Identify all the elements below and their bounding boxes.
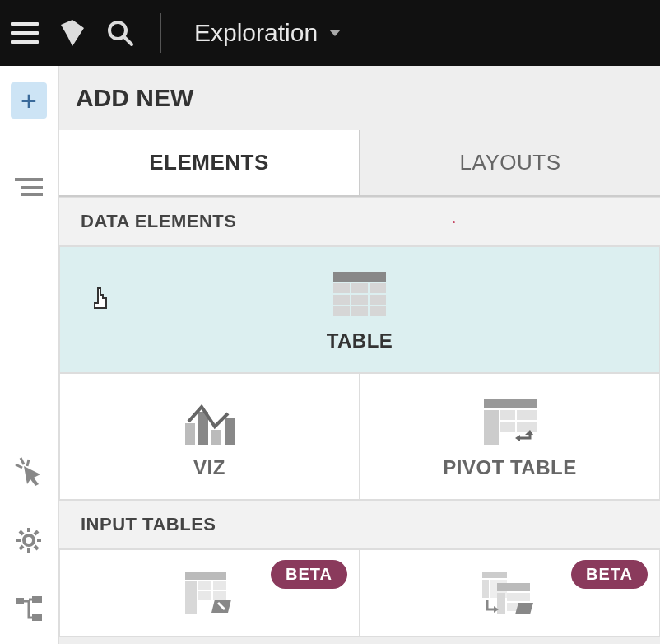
element-card-pivot-table[interactable]: PIVOT TABLE bbox=[360, 373, 660, 500]
svg-rect-2 bbox=[15, 178, 43, 181]
svg-line-1 bbox=[124, 37, 132, 44]
svg-rect-50 bbox=[497, 593, 505, 614]
svg-rect-17 bbox=[16, 598, 24, 604]
svg-rect-42 bbox=[198, 581, 211, 590]
plus-icon: + bbox=[21, 86, 37, 114]
app-header: Exploration bbox=[0, 0, 660, 66]
header-divider bbox=[160, 13, 161, 53]
beta-badge: BETA bbox=[571, 560, 648, 589]
svg-rect-46 bbox=[482, 572, 507, 578]
panel-title: ADD NEW bbox=[59, 66, 660, 130]
pivot-icon bbox=[484, 399, 537, 445]
svg-rect-41 bbox=[185, 581, 197, 614]
svg-line-15 bbox=[20, 546, 23, 549]
svg-rect-33 bbox=[225, 418, 235, 445]
svg-rect-40 bbox=[185, 572, 226, 580]
svg-rect-3 bbox=[21, 186, 43, 189]
element-card-linked-input-table[interactable]: BETA bbox=[360, 549, 660, 637]
svg-line-6 bbox=[16, 464, 22, 468]
svg-rect-37 bbox=[517, 410, 537, 420]
svg-rect-43 bbox=[213, 581, 226, 590]
svg-rect-23 bbox=[370, 283, 386, 293]
svg-line-5 bbox=[21, 458, 24, 464]
svg-rect-34 bbox=[484, 399, 537, 408]
chevron-down-icon bbox=[329, 30, 341, 36]
cursor-pointer-icon bbox=[90, 287, 113, 313]
table-icon bbox=[333, 272, 386, 318]
svg-rect-29 bbox=[370, 306, 386, 316]
svg-rect-32 bbox=[211, 430, 221, 445]
element-card-input-table[interactable]: BETA bbox=[59, 549, 360, 637]
svg-rect-51 bbox=[507, 593, 530, 601]
svg-rect-38 bbox=[500, 422, 515, 432]
svg-rect-35 bbox=[484, 410, 499, 445]
svg-rect-19 bbox=[32, 614, 42, 621]
svg-rect-18 bbox=[32, 596, 42, 603]
section-header-input-tables: INPUT TABLES bbox=[59, 500, 660, 549]
svg-line-16 bbox=[35, 531, 38, 534]
svg-rect-24 bbox=[333, 295, 350, 305]
card-label: PIVOT TABLE bbox=[443, 456, 576, 479]
svg-rect-26 bbox=[370, 295, 386, 305]
svg-line-13 bbox=[20, 531, 23, 534]
add-tool-button[interactable]: + bbox=[11, 82, 47, 119]
section-header-data-elements: DATA ELEMENTS bbox=[59, 197, 660, 246]
hamburger-menu-icon[interactable] bbox=[8, 16, 41, 49]
tab-elements[interactable]: ELEMENTS bbox=[59, 130, 360, 195]
svg-point-8 bbox=[24, 535, 34, 545]
svg-rect-22 bbox=[351, 283, 368, 293]
chart-icon bbox=[184, 399, 236, 445]
svg-rect-36 bbox=[500, 410, 515, 420]
align-lines-icon bbox=[15, 176, 43, 196]
svg-rect-27 bbox=[333, 306, 350, 316]
mode-dropdown[interactable]: Exploration bbox=[184, 12, 351, 54]
svg-rect-25 bbox=[351, 295, 368, 305]
tab-layouts[interactable]: LAYOUTS bbox=[360, 130, 660, 195]
mode-dropdown-label: Exploration bbox=[194, 19, 318, 47]
svg-rect-21 bbox=[333, 283, 350, 293]
add-new-panel: ADD NEW ELEMENTS LAYOUTS DATA ELEMENTS bbox=[59, 66, 660, 644]
card-label: VIZ bbox=[193, 456, 225, 479]
lines-tool-button[interactable] bbox=[11, 168, 47, 204]
hierarchy-tool-button[interactable] bbox=[11, 591, 47, 628]
tool-sidebar: + bbox=[0, 66, 59, 644]
tab-label: LAYOUTS bbox=[460, 150, 561, 175]
tab-label: ELEMENTS bbox=[149, 150, 269, 175]
svg-rect-49 bbox=[497, 583, 530, 591]
element-card-viz[interactable]: VIZ bbox=[59, 373, 360, 500]
input-table-icon bbox=[182, 570, 238, 616]
svg-rect-4 bbox=[21, 193, 43, 196]
svg-rect-39 bbox=[517, 422, 537, 432]
svg-line-7 bbox=[27, 460, 29, 466]
cursor-click-icon bbox=[12, 455, 45, 488]
svg-rect-30 bbox=[185, 423, 195, 445]
gear-icon bbox=[15, 526, 43, 554]
svg-rect-44 bbox=[198, 591, 211, 600]
svg-rect-45 bbox=[213, 591, 226, 600]
svg-rect-28 bbox=[351, 306, 368, 316]
card-label: TABLE bbox=[327, 329, 393, 352]
search-icon[interactable] bbox=[104, 16, 137, 49]
app-logo-icon[interactable] bbox=[56, 16, 89, 49]
hierarchy-icon bbox=[14, 595, 44, 624]
settings-tool-button[interactable] bbox=[11, 522, 47, 558]
svg-line-14 bbox=[35, 546, 38, 549]
beta-badge: BETA bbox=[271, 560, 347, 589]
svg-rect-47 bbox=[482, 580, 489, 598]
linked-table-icon bbox=[481, 570, 540, 616]
element-card-table[interactable]: TABLE bbox=[59, 246, 660, 373]
cursor-tool-button[interactable] bbox=[11, 453, 47, 489]
svg-rect-20 bbox=[333, 272, 386, 282]
panel-tabs: ELEMENTS LAYOUTS bbox=[59, 130, 660, 197]
